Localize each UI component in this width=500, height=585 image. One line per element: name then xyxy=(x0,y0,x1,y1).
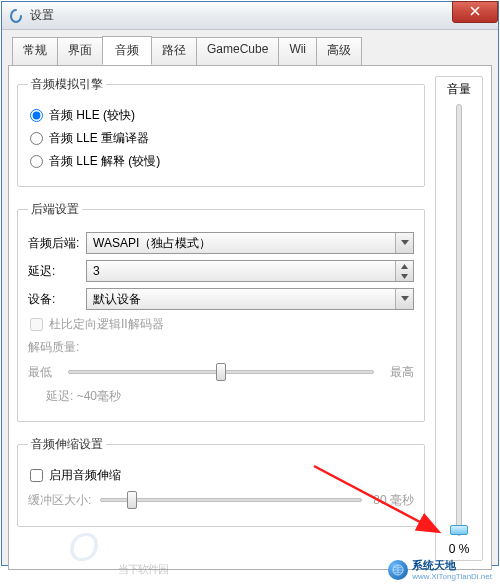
globe-icon xyxy=(388,560,408,580)
quality-low-label: 最低 xyxy=(28,364,62,381)
volume-value: 0 % xyxy=(449,542,470,556)
watermark-right: 系统天地 www.XiTongTianDi.net xyxy=(388,558,492,581)
tab-panel-audio: 音频模拟引擎 音频 HLE (较快) 音频 LLE 重编译器 音频 LLE 解释… xyxy=(8,65,492,570)
titlebar: 设置 xyxy=(2,2,498,30)
tab-paths[interactable]: 路径 xyxy=(151,37,197,66)
backend-combo[interactable]: WASAPI（独占模式） xyxy=(86,232,414,254)
chevron-down-icon xyxy=(395,289,413,309)
tab-advanced[interactable]: 高级 xyxy=(316,37,362,66)
device-combo-value: 默认设备 xyxy=(87,291,395,308)
left-column: 音频模拟引擎 音频 HLE (较快) 音频 LLE 重编译器 音频 LLE 解释… xyxy=(17,76,431,561)
quality-label: 解码质量: xyxy=(28,339,414,356)
watermark-left: O 当下软件园 xyxy=(68,525,168,577)
group-audio-engine-legend: 音频模拟引擎 xyxy=(28,76,106,93)
window-title: 设置 xyxy=(30,7,54,24)
settings-window: 设置 常规 界面 音频 路径 GameCube Wii 高级 音频模拟引擎 xyxy=(1,1,499,566)
spin-buttons[interactable] xyxy=(395,261,413,281)
tab-bar: 常规 界面 音频 路径 GameCube Wii 高级 xyxy=(12,36,492,65)
device-label: 设备: xyxy=(28,291,86,308)
watermark-right-text: 系统天地 xyxy=(412,559,456,571)
latency-spinbox[interactable]: 3 xyxy=(86,260,414,282)
latency-value: 3 xyxy=(87,264,395,278)
quality-slider xyxy=(68,362,374,382)
volume-thumb[interactable] xyxy=(450,525,468,535)
radio-hle[interactable] xyxy=(30,109,43,122)
quality-slider-row: 最低 最高 xyxy=(28,362,414,382)
watermark-right-url: www.XiTongTianDi.net xyxy=(412,573,492,581)
chevron-up-icon xyxy=(401,261,408,271)
dpl2-checkbox xyxy=(30,318,43,331)
tab-wii[interactable]: Wii xyxy=(278,37,317,66)
group-audio-engine: 音频模拟引擎 音频 HLE (较快) 音频 LLE 重编译器 音频 LLE 解释… xyxy=(17,76,425,187)
buffer-label: 缓冲区大小: xyxy=(28,492,94,509)
close-icon xyxy=(470,5,480,19)
volume-label: 音量 xyxy=(447,81,471,98)
tab-interface[interactable]: 界面 xyxy=(57,37,103,66)
radio-lle-recompiler[interactable] xyxy=(30,132,43,145)
tab-general[interactable]: 常规 xyxy=(12,37,58,66)
radio-row-hle: 音频 HLE (较快) xyxy=(28,107,414,124)
backend-label: 音频后端: xyxy=(28,235,86,252)
latency-readout: 延迟: ~40毫秒 xyxy=(46,388,414,405)
enable-stretch-label: 启用音频伸缩 xyxy=(49,467,121,484)
buffer-readout: 80 毫秒 xyxy=(368,492,414,509)
tab-gamecube[interactable]: GameCube xyxy=(196,37,279,66)
radio-lle-interpreter-label: 音频 LLE 解释 (较慢) xyxy=(49,153,160,170)
group-stretch: 音频伸缩设置 启用音频伸缩 缓冲区大小: 80 毫秒 xyxy=(17,436,425,527)
dpl2-label: 杜比定向逻辑II解码器 xyxy=(49,316,164,333)
radio-row-lle-recompiler: 音频 LLE 重编译器 xyxy=(28,130,414,147)
client-area: 常规 界面 音频 路径 GameCube Wii 高级 音频模拟引擎 音频 HL… xyxy=(2,30,498,565)
device-combo[interactable]: 默认设备 xyxy=(86,288,414,310)
dpl2-row: 杜比定向逻辑II解码器 xyxy=(28,316,414,333)
quality-high-label: 最高 xyxy=(380,364,414,381)
buffer-slider xyxy=(100,490,362,510)
radio-row-lle-interpreter: 音频 LLE 解释 (较慢) xyxy=(28,153,414,170)
app-icon xyxy=(8,8,24,24)
radio-hle-label: 音频 HLE (较快) xyxy=(49,107,135,124)
enable-stretch-row: 启用音频伸缩 xyxy=(28,467,414,484)
radio-lle-recompiler-label: 音频 LLE 重编译器 xyxy=(49,130,149,147)
radio-lle-interpreter[interactable] xyxy=(30,155,43,168)
enable-stretch-checkbox[interactable] xyxy=(30,469,43,482)
close-button[interactable] xyxy=(452,1,498,23)
volume-slider[interactable] xyxy=(456,104,462,536)
volume-panel: 音量 0 % xyxy=(435,76,483,561)
tab-audio[interactable]: 音频 xyxy=(102,36,152,65)
chevron-down-icon xyxy=(401,271,408,281)
chevron-down-icon xyxy=(395,233,413,253)
group-backend-legend: 后端设置 xyxy=(28,201,82,218)
backend-combo-value: WASAPI（独占模式） xyxy=(87,235,395,252)
buffer-slider-row: 缓冲区大小: 80 毫秒 xyxy=(28,490,414,510)
group-backend: 后端设置 音频后端: WASAPI（独占模式） 延迟: xyxy=(17,201,425,422)
latency-label: 延迟: xyxy=(28,263,86,280)
group-stretch-legend: 音频伸缩设置 xyxy=(28,436,106,453)
